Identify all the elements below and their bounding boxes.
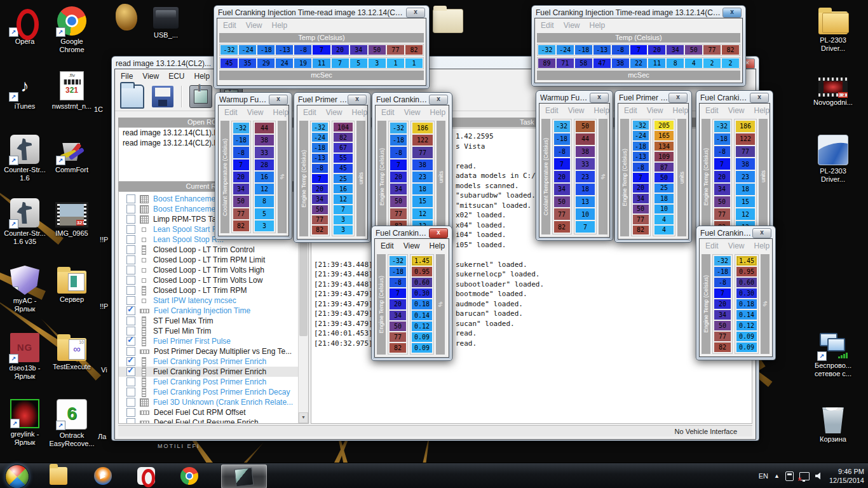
axis-cell[interactable]: -13 [633,152,649,161]
checkbox-unchecked[interactable] [126,266,135,274]
close-icon[interactable]: x [406,8,425,18]
value-cell[interactable]: 18 [576,184,595,195]
axis-cell[interactable]: -18 [257,45,275,55]
value-cell[interactable]: 23 [412,172,433,182]
axis-cell[interactable]: -32 [390,123,407,133]
axis-cell[interactable]: -32 [233,123,249,133]
axis-cell[interactable]: -24 [557,45,574,55]
desktop-icon-bucket-5[interactable]: ↗CommFort [47,135,97,174]
axis-cell[interactable]: 77 [703,45,721,55]
checkbox-unchecked[interactable] [126,418,135,424]
axis-cell[interactable]: 7 [312,174,328,183]
value-cell[interactable]: 12 [412,208,433,219]
axis-cell[interactable]: 77 [387,45,404,55]
value-cell[interactable]: 2 [703,58,721,68]
axis-cell[interactable]: 20 [554,171,570,182]
window-titlebar[interactable]: Fuel Cranking Injection Time-read image … [217,7,426,18]
axis-cell[interactable]: -8 [312,164,328,173]
value-cell[interactable]: 35 [239,58,256,68]
tree-item[interactable]: ST Fuel Min Trim [119,326,298,336]
desktop-icon-flv-3[interactable]: .flv321nwsstrnt_n... [47,71,97,111]
tree-item[interactable]: Decel Fuel Cut Resume Enrich [119,417,298,424]
value-cell[interactable]: 2 [722,58,739,68]
value-cell[interactable]: 71 [557,58,574,68]
checkbox-unchecked[interactable] [126,286,135,295]
value-cell[interactable]: 15 [736,196,756,208]
desktop-icon-bin-4[interactable]: Корзина [808,404,858,444]
value-cell[interactable]: 5 [350,58,367,68]
value-cell[interactable]: 186 [412,123,433,133]
menu-edit[interactable]: Edit [381,241,394,250]
value-cell[interactable]: 1 [405,58,423,68]
menu-edit[interactable]: Edit [624,106,637,115]
axis-cell[interactable]: 34 [633,194,649,203]
value-cell[interactable]: 55 [334,154,353,163]
axis-cell[interactable]: -24 [239,45,256,55]
value-cell[interactable]: 50 [576,121,595,132]
window-titlebar[interactable]: Fuel Primer Firs...x [618,92,689,103]
axis-cell[interactable]: 7 [233,159,249,170]
value-cell[interactable]: 122 [736,133,756,145]
menu-help[interactable]: Help [351,108,367,117]
axis-cell[interactable]: 50 [390,322,406,331]
value-cell[interactable]: 12 [255,184,275,194]
axis-cell[interactable]: -18 [390,267,406,276]
axis-cell[interactable]: -32 [554,121,570,132]
axis-cell[interactable]: 50 [714,321,731,330]
checkbox-checked[interactable] [126,357,135,366]
menu-view[interactable]: View [728,106,745,115]
save-rom-button[interactable] [152,86,173,107]
value-cell[interactable]: 77 [412,147,433,158]
axis-cell[interactable]: 77 [390,332,406,342]
axis-cell[interactable]: 50 [312,205,328,214]
axis-cell[interactable]: -8 [390,147,407,158]
desktop-icon-folders-0[interactable]: PL-2303Driver... [808,6,858,53]
start-button[interactable] [5,464,29,488]
tree-item[interactable]: Fuel Cranking Injection Time [119,306,298,316]
axis-cell[interactable]: 34 [554,184,570,195]
value-cell[interactable]: 0.60 [412,278,432,287]
axis-cell[interactable]: 82 [554,221,570,233]
axis-cell[interactable]: 20 [714,299,731,309]
axis-cell[interactable]: -8 [633,163,649,172]
desktop-icon-img-7[interactable]: 321IMG_0965 [47,198,97,238]
value-cell[interactable]: 3 [334,226,353,234]
value-cell[interactable]: 15 [412,196,433,207]
menu-help[interactable]: Help [429,241,445,250]
tree-item[interactable]: Fuel 3D Unknown (Crank Enrich Relate... [119,397,298,407]
close-icon[interactable]: x [722,8,742,18]
axis-cell[interactable]: 7 [630,45,648,55]
close-icon[interactable]: x [668,93,688,103]
value-cell[interactable]: 0.09 [412,343,432,353]
value-cell[interactable]: 87 [654,163,674,172]
menu-help[interactable]: Help [672,106,688,115]
axis-cell[interactable]: -8 [390,278,406,287]
axis-cell[interactable]: -18 [312,143,328,152]
tree-item[interactable]: Closed Loop - LT Trim Volts High [119,265,298,275]
axis-cell[interactable]: -13 [276,45,293,55]
axis-cell[interactable]: -32 [714,256,731,266]
value-cell[interactable]: 10 [576,208,595,220]
checkbox-unchecked[interactable] [126,327,135,336]
checkbox-unchecked[interactable] [126,316,135,325]
axis-cell[interactable]: 7 [313,45,330,55]
close-icon[interactable]: x [429,95,448,105]
axis-cell[interactable]: -18 [714,267,731,276]
value-cell[interactable]: 24 [276,58,293,68]
checkbox-unchecked[interactable] [126,235,135,244]
window-titlebar[interactable]: Fuel Cranking Po...x [699,227,773,238]
axis-cell[interactable]: 82 [722,45,739,55]
volume-icon[interactable] [815,472,824,480]
close-icon[interactable]: x [750,93,769,103]
value-cell[interactable]: 165 [654,131,674,140]
tree-item[interactable]: Fuel Cranking Post Primer Enrich [119,377,298,387]
close-icon[interactable]: x [269,95,288,105]
value-cell[interactable]: 25 [654,184,674,193]
desktop-icon-swoosh-2[interactable]: PL-2303Driver... [808,135,858,184]
window-titlebar[interactable]: Warmup Fuel - ...x [218,94,289,105]
checkbox-unchecked[interactable] [126,194,135,203]
axis-cell[interactable]: 77 [554,208,570,220]
axis-cell[interactable]: 50 [554,196,570,208]
taskbar-ecuflash-button[interactable] [221,464,267,488]
menu-help[interactable]: Help [430,108,445,117]
